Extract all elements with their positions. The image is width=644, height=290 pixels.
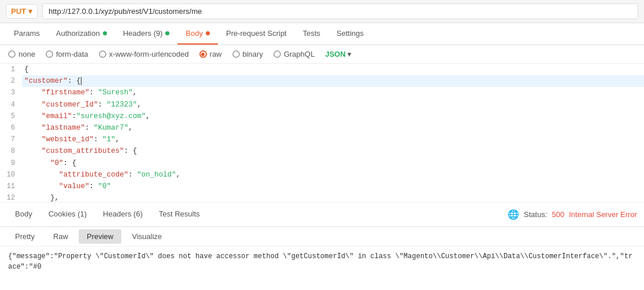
tab-body-label: Body — [186, 29, 203, 38]
radio-raw[interactable] — [199, 50, 207, 58]
option-form-data-label: form-data — [56, 50, 88, 58]
output-tab-raw[interactable]: Raw — [45, 229, 76, 244]
line-num-11: 11 — [0, 181, 22, 192]
error-text: {"message":"Property \"CustomerId\" does… — [8, 252, 632, 271]
json-chevron-icon: ▾ — [347, 50, 351, 58]
response-tab-test-results-label: Test Results — [159, 210, 200, 218]
code-line-11: 11 "value": "0" — [0, 181, 644, 192]
code-line-3: 3 "firstname": "Suresh", — [0, 87, 644, 98]
line-content-6: "lastname": "Kumar7", — [22, 122, 644, 134]
option-none-label: none — [18, 50, 35, 58]
line-num-1: 1 — [0, 64, 22, 75]
radio-none[interactable] — [8, 50, 16, 58]
line-content-1: { — [22, 64, 644, 75]
output-tab-pretty[interactable]: Pretty — [7, 229, 43, 244]
response-tab-cookies[interactable]: Cookies (1) — [40, 206, 95, 223]
status-section: 🌐 Status: 500 Internal Server Error — [508, 209, 637, 220]
line-num-4: 4 — [0, 99, 22, 111]
option-urlencoded[interactable]: x-www-form-urlencoded — [99, 50, 189, 58]
tab-body[interactable]: Body — [177, 23, 218, 45]
code-line-10: 10 "attribute_code": "on_hold", — [0, 169, 644, 181]
option-none[interactable]: none — [8, 50, 35, 58]
headers-dot — [165, 31, 169, 35]
output-tab-preview-label: Preview — [87, 232, 113, 241]
code-editor[interactable]: 1 { 2 "customer": { 3 "firstname": "Sure… — [0, 64, 644, 203]
response-tab-test-results[interactable]: Test Results — [151, 206, 208, 223]
line-content-10: "attribute_code": "on_hold", — [22, 169, 644, 181]
code-line-2: 2 "customer": { — [0, 75, 644, 87]
response-tab-headers[interactable]: Headers (6) — [95, 206, 151, 223]
line-num-3: 3 — [0, 87, 22, 98]
tab-params-label: Params — [14, 29, 40, 38]
line-num-12: 12 — [0, 192, 22, 203]
output-tab-raw-label: Raw — [53, 232, 68, 241]
method-label: PUT — [11, 7, 26, 16]
code-line-4: 4 "customer_Id": "12323", — [0, 99, 644, 111]
line-content-3: "firstname": "Suresh", — [22, 87, 644, 98]
option-form-data[interactable]: form-data — [46, 50, 88, 58]
output-tab-visualize[interactable]: Visualize — [124, 229, 170, 244]
option-raw[interactable]: raw — [199, 50, 222, 58]
tab-pre-request[interactable]: Pre-request Script — [218, 23, 295, 45]
request-tabs: Params Authorization Headers (9) Body Pr… — [0, 23, 644, 45]
tab-params[interactable]: Params — [6, 23, 48, 45]
globe-icon: 🌐 — [508, 209, 519, 220]
line-content-5: "email":"suresh@xyz.com", — [22, 111, 644, 122]
code-line-5: 5 "email":"suresh@xyz.com", — [0, 111, 644, 122]
tab-authorization[interactable]: Authorization — [48, 23, 115, 45]
code-line-1: 1 { — [0, 64, 644, 75]
tab-settings-label: Settings — [336, 29, 364, 38]
option-urlencoded-label: x-www-form-urlencoded — [109, 50, 189, 58]
output-tab-preview[interactable]: Preview — [79, 229, 121, 244]
response-tab-body[interactable]: Body — [7, 206, 40, 223]
error-output: {"message":"Property \"CustomerId\" does… — [0, 247, 644, 277]
option-binary-label: binary — [243, 50, 263, 58]
code-line-7: 7 "website_id": "1", — [0, 134, 644, 145]
option-binary[interactable]: binary — [232, 50, 263, 58]
output-tabs: Pretty Raw Preview Visualize — [0, 227, 644, 247]
tab-tests[interactable]: Tests — [295, 23, 328, 45]
output-tab-visualize-label: Visualize — [132, 232, 162, 241]
authorization-dot — [103, 31, 107, 35]
body-dot — [206, 31, 210, 35]
line-content-12: }, — [22, 192, 644, 203]
tab-pre-request-label: Pre-request Script — [226, 29, 287, 38]
response-bar: Body Cookies (1) Headers (6) Test Result… — [0, 203, 644, 227]
code-line-8: 8 "custom_attributes": { — [0, 145, 644, 157]
json-format-label: JSON — [325, 50, 345, 58]
option-raw-label: raw — [210, 50, 222, 58]
line-content-9: "0": { — [22, 157, 644, 169]
status-code: 500 — [552, 210, 565, 219]
line-content-2: "customer": { — [22, 75, 644, 87]
status-text: Internal Server Error — [569, 210, 637, 219]
method-select[interactable]: PUT ▾ — [6, 4, 38, 19]
tab-headers-label: Headers (9) — [123, 29, 163, 38]
radio-form-data[interactable] — [46, 50, 53, 58]
json-format-dropdown[interactable]: JSON ▾ — [325, 50, 351, 58]
radio-binary[interactable] — [232, 50, 240, 58]
option-graphql[interactable]: GraphQL — [273, 50, 314, 58]
tab-settings[interactable]: Settings — [328, 23, 372, 45]
line-num-7: 7 — [0, 134, 22, 145]
method-chevron: ▾ — [28, 7, 32, 16]
response-tab-cookies-label: Cookies (1) — [49, 210, 87, 218]
line-num-6: 6 — [0, 122, 22, 134]
response-tab-headers-label: Headers (6) — [103, 210, 143, 218]
tab-headers[interactable]: Headers (9) — [115, 23, 178, 45]
url-bar: PUT ▾ — [0, 0, 644, 23]
output-tab-pretty-label: Pretty — [15, 232, 35, 241]
line-num-2: 2 — [0, 75, 22, 87]
response-tab-body-label: Body — [15, 210, 32, 218]
radio-urlencoded[interactable] — [99, 50, 106, 58]
body-options: none form-data x-www-form-urlencoded raw… — [0, 45, 644, 64]
line-num-9: 9 — [0, 157, 22, 169]
code-line-12: 12 }, — [0, 192, 644, 203]
line-num-8: 8 — [0, 145, 22, 157]
code-line-9: 9 "0": { — [0, 157, 644, 169]
line-content-11: "value": "0" — [22, 181, 644, 192]
line-content-7: "website_id": "1", — [22, 134, 644, 145]
url-input[interactable] — [42, 3, 638, 19]
radio-graphql[interactable] — [273, 50, 281, 58]
tab-authorization-label: Authorization — [56, 29, 100, 38]
line-num-5: 5 — [0, 111, 22, 122]
